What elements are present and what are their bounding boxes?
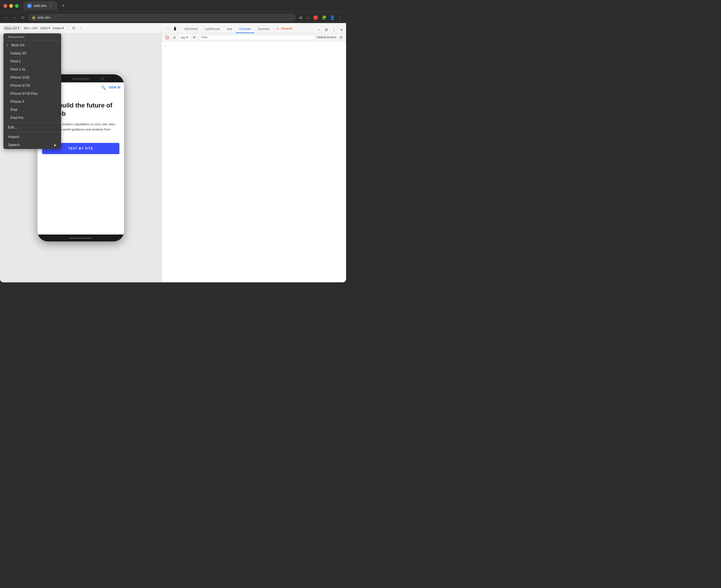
- browser-toolbar-icons: ⊕ ☆ 🔴 🧩 👤 ⋮: [298, 15, 343, 21]
- viewport-area: Moto G4 ▾ 360 × 640 100% ▾ Online ▾ ⊡: [0, 23, 161, 282]
- reload-button[interactable]: ↻: [20, 14, 26, 21]
- menu-item-ipad-pro[interactable]: iPad Pro: [3, 114, 61, 122]
- close-traffic-light[interactable]: [3, 4, 7, 8]
- width-value: 360: [23, 26, 28, 30]
- devtools-settings-button[interactable]: ⚙: [323, 26, 330, 33]
- menu-item-pixel-2[interactable]: Pixel 2: [3, 57, 61, 65]
- tab-close-button[interactable]: ×: [49, 4, 53, 8]
- phone-home-bar: [38, 234, 124, 241]
- menu-item-inspect-label: Inspect: [8, 135, 19, 139]
- menu-separator-mid: [3, 122, 61, 123]
- home-bar-line: [69, 238, 92, 238]
- menu-separator-top: [3, 40, 61, 41]
- more-options-icon[interactable]: ⋮: [78, 25, 84, 31]
- tab-sources[interactable]: Sources: [254, 25, 273, 33]
- address-input[interactable]: 🔒 web.dev: [28, 14, 296, 21]
- tab-axe[interactable]: axe: [224, 25, 236, 33]
- tab-title: web.dev: [34, 4, 47, 8]
- device-toolbar: Moto G4 ▾ 360 × 640 100% ▾ Online ▾ ⊡: [0, 23, 161, 34]
- online-status: Online: [53, 26, 62, 30]
- maximize-traffic-light[interactable]: [15, 4, 19, 8]
- new-tab-button[interactable]: +: [59, 2, 67, 10]
- menu-item-moto-g4[interactable]: Moto G4: [3, 41, 61, 49]
- menu-item-iphone-x[interactable]: iPhone X: [3, 98, 61, 106]
- bookmark-icon[interactable]: ☆: [305, 15, 311, 21]
- menu-item-pixel-2-xl-label: Pixel 2 XL: [11, 67, 26, 71]
- device-chevron: ▾: [18, 26, 19, 30]
- phone-camera: [101, 77, 104, 80]
- menu-item-ipad-label: iPad: [11, 108, 17, 112]
- context-label: top: [181, 36, 185, 39]
- tab-console[interactable]: Console: [236, 25, 254, 33]
- menu-item-iphone-678[interactable]: iPhone 6/7/8: [3, 82, 61, 90]
- lock-icon: 🔒: [32, 16, 36, 19]
- dimension-separator: ×: [30, 26, 32, 30]
- execution-context-select[interactable]: top ▾: [179, 35, 190, 40]
- inspect-element-icon[interactable]: ⬚: [164, 25, 171, 32]
- menu-item-moto-g4-label: Moto G4: [11, 43, 24, 47]
- online-chevron: ▾: [62, 26, 64, 30]
- online-select[interactable]: Online ▾: [53, 26, 64, 30]
- menu-item-galaxy-s5-label: Galaxy S5: [11, 51, 26, 55]
- menu-item-pixel-2-label: Pixel 2: [11, 59, 21, 63]
- console-caret[interactable]: ›: [164, 43, 166, 48]
- profile-icon[interactable]: 👤: [329, 15, 336, 21]
- extension-icon-red[interactable]: 🔴: [312, 15, 319, 21]
- phone-speaker: [72, 78, 89, 80]
- menu-item-iphone-5se[interactable]: iPhone 5/SE: [3, 74, 61, 82]
- more-tabs-button[interactable]: »: [316, 26, 322, 33]
- devtools-close-button[interactable]: ✕: [338, 26, 345, 33]
- zoom-select[interactable]: 100% ▾: [40, 26, 50, 30]
- device-mode-icon[interactable]: 📱: [172, 25, 179, 32]
- tab-network[interactable]: ⚠ Network: [273, 25, 296, 33]
- console-settings-icon[interactable]: ⚙: [338, 35, 344, 40]
- zoom-chevron: ▾: [48, 26, 50, 30]
- menu-header: Responsive: [3, 34, 61, 40]
- menu-item-speech[interactable]: Speech ▶: [3, 141, 61, 149]
- menu-item-iphone-678-plus-label: iPhone 6/7/8 Plus: [11, 91, 38, 96]
- console-filter-input[interactable]: Filter: [199, 35, 315, 40]
- menu-item-edit[interactable]: Edit...: [3, 123, 61, 131]
- height-value: 640: [32, 26, 38, 30]
- rotate-icon[interactable]: ⊡: [71, 25, 76, 31]
- menu-item-iphone-5se-label: iPhone 5/SE: [11, 76, 30, 80]
- tab-lighthouse-label: Lighthouse: [205, 27, 220, 30]
- default-levels-select[interactable]: Default levels ▾: [317, 36, 336, 39]
- tab-elements[interactable]: Elements: [181, 25, 201, 33]
- main-area: Moto G4 ▾ 360 × 640 100% ▾ Online ▾ ⊡: [0, 23, 346, 282]
- forward-button[interactable]: →: [12, 14, 18, 21]
- browser-tab[interactable]: w web.dev ×: [23, 1, 57, 10]
- extensions-icon[interactable]: 🧩: [321, 15, 327, 21]
- devtools-more-button[interactable]: ⋮: [331, 26, 337, 33]
- device-select[interactable]: Moto G4 ▾: [3, 25, 21, 31]
- tab-axe-label: axe: [227, 27, 233, 30]
- menu-item-speech-label: Speech: [8, 143, 20, 147]
- url-display: web.dev: [38, 16, 51, 20]
- tab-console-label: Console: [239, 27, 251, 30]
- menu-item-ipad[interactable]: iPad: [3, 106, 61, 114]
- context-menu: Responsive Moto G4 Galaxy S5 Pixel 2 Pix…: [3, 34, 61, 149]
- cast-icon[interactable]: ⊕: [298, 15, 303, 21]
- tab-lighthouse[interactable]: Lighthouse: [201, 25, 224, 33]
- tab-sources-label: Sources: [258, 27, 269, 30]
- console-filter-icon[interactable]: ⊘: [172, 35, 177, 40]
- menu-item-pixel-2-xl[interactable]: Pixel 2 XL: [3, 65, 61, 74]
- search-icon[interactable]: 🔍: [101, 85, 106, 90]
- sign-in-link[interactable]: SIGN IN: [109, 86, 121, 89]
- tab-favicon: w: [27, 4, 32, 8]
- context-chevron: ▾: [186, 36, 188, 39]
- speech-submenu-arrow: ▶: [54, 144, 57, 147]
- console-clear-icon[interactable]: 🚫: [164, 35, 170, 40]
- menu-item-iphone-678-plus[interactable]: iPhone 6/7/8 Plus: [3, 90, 61, 98]
- menu-icon[interactable]: ⋮: [337, 15, 343, 21]
- zoom-value: 100%: [40, 26, 48, 30]
- menu-item-inspect[interactable]: Inspect: [3, 133, 61, 141]
- devtools-panel: ⬚ 📱 Elements Lighthouse axe Console Sour…: [161, 23, 346, 282]
- back-button[interactable]: ←: [3, 14, 9, 21]
- title-bar: w web.dev × +: [0, 0, 346, 12]
- menu-item-ipad-pro-label: iPad Pro: [11, 116, 24, 120]
- menu-item-galaxy-s5[interactable]: Galaxy S5: [3, 49, 61, 57]
- filter-label: Filter: [201, 36, 207, 39]
- minimize-traffic-light[interactable]: [9, 4, 13, 8]
- eye-icon[interactable]: 👁: [192, 35, 197, 40]
